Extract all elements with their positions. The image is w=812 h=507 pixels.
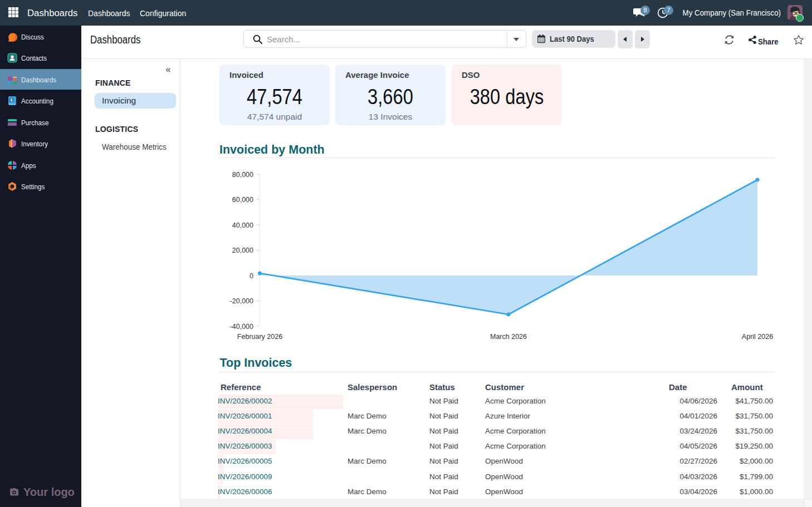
svg-text:0: 0: [250, 272, 253, 280]
svg-text:60,000: 60,000: [232, 196, 253, 204]
svg-text:April 2026: April 2026: [742, 333, 773, 341]
svg-text:20,000: 20,000: [232, 247, 253, 254]
svg-text:-40,000: -40,000: [230, 323, 253, 331]
svg-text:March 2026: March 2026: [490, 333, 527, 341]
svg-text:-20,000: -20,000: [230, 297, 253, 305]
svg-text:February 2026: February 2026: [237, 333, 282, 341]
svg-text:$: $: [11, 98, 13, 102]
svg-text:80,000: 80,000: [232, 171, 253, 179]
svg-text:40,000: 40,000: [232, 221, 253, 229]
